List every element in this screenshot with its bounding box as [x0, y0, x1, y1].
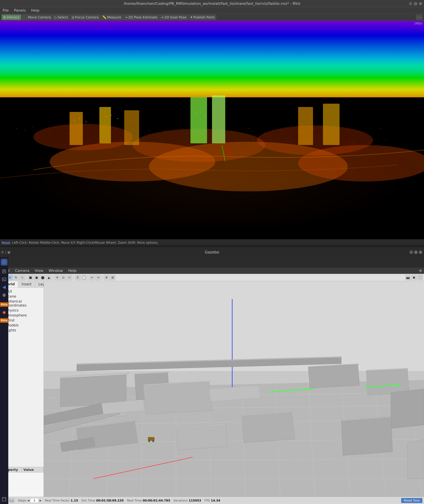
rviz-menu-panels[interactable]: Panels — [13, 8, 27, 13]
rviz-extra-btn[interactable]: ··· — [416, 15, 422, 20]
gazebo-close-btn[interactable]: × — [419, 250, 422, 254]
gz-toolbar-sep3 — [73, 275, 74, 280]
gz-menu-window[interactable]: Window — [48, 268, 64, 273]
svg-point-16 — [25, 130, 25, 130]
rviz-move-camera-btn[interactable]: 🎥 Move Camera — [22, 15, 52, 20]
sidebar-files-icon[interactable] — [1, 268, 8, 275]
gz-menu-help[interactable]: Help — [67, 268, 77, 273]
svg-marker-151 — [242, 412, 295, 443]
gz-box-shape[interactable]: ■ — [28, 275, 33, 280]
rviz-2d-pose-btn[interactable]: → 2D Pose Estimate — [123, 15, 159, 20]
svg-point-45 — [104, 143, 105, 144]
svg-point-62 — [386, 140, 386, 140]
rviz-menu-file[interactable]: File — [2, 8, 10, 13]
gz-toolbar-sep4 — [88, 275, 88, 280]
svg-point-24 — [149, 130, 150, 130]
gz-redo-btn[interactable]: ↪ — [95, 275, 101, 280]
publish-point-icon: ✦ — [190, 15, 193, 19]
gz-fps-value: 14.34 — [211, 499, 220, 502]
gz-menu-camera[interactable]: Camera — [14, 268, 30, 273]
sidebar-show-desktop-btn[interactable] — [1, 496, 8, 503]
gazebo-3d-viewport[interactable] — [44, 281, 424, 497]
rviz-minimize-btn[interactable]: – — [409, 2, 412, 6]
svg-point-146 — [311, 388, 312, 390]
gz-origin-btn[interactable]: ⊞ — [110, 275, 115, 280]
gz-point-light[interactable]: ☀ — [54, 275, 60, 280]
reset-time-button[interactable]: Reset Time — [401, 498, 422, 503]
steps-arrow-left[interactable]: ◀ — [27, 499, 29, 502]
svg-point-46 — [121, 140, 121, 140]
rviz-publish-point-btn[interactable]: ✦ Publish Point — [189, 15, 216, 20]
svg-point-42 — [53, 143, 53, 144]
svg-point-37 — [364, 131, 365, 132]
2d-goal-icon: ⇒ — [161, 15, 164, 19]
pc-svg — [0, 21, 424, 239]
select-icon: ▷ — [55, 15, 57, 19]
gz-tab-insert[interactable]: Insert — [18, 281, 35, 287]
rviz-select-btn[interactable]: ▷ Select — [53, 15, 69, 20]
gz-fullscreen-btn[interactable]: ⛶ — [417, 275, 423, 280]
rviz-close-btn[interactable]: × — [419, 2, 422, 6]
gz-sphere-shape[interactable]: ● — [34, 275, 39, 280]
svg-point-82 — [364, 55, 365, 56]
gz-paste-btn[interactable]: 📋 — [81, 275, 87, 280]
sidebar-rviz-icon1[interactable]: RViz — [1, 301, 8, 308]
gz-fps-item: FPS 14.34 — [205, 499, 220, 502]
gz-directional-light[interactable]: ☼ — [67, 275, 72, 280]
gazebo-menubar: Edit Camera View Window Help ⚙ — [0, 268, 424, 274]
gazebo-win-controls: – □ × — [409, 250, 422, 254]
steps-arrow-right[interactable]: ▶ — [40, 499, 42, 502]
sidebar-vscode-icon[interactable] — [1, 284, 8, 291]
gazebo-minimize-btn[interactable]: – — [409, 250, 413, 254]
gz-cone-shape[interactable]: ▲ — [46, 275, 52, 280]
gz-step-btn[interactable]: ▷| — [9, 498, 15, 503]
rviz-menu-help[interactable]: Help — [30, 8, 40, 13]
svg-marker-137 — [391, 389, 424, 428]
svg-marker-153 — [341, 418, 393, 455]
rviz-interact-btn[interactable]: ⊕ Interact — [2, 15, 21, 20]
svg-point-53 — [237, 143, 237, 144]
rviz-window: /home/lihanchen/Coding/PB_RMSimulation_w… — [0, 0, 424, 245]
svg-point-70 — [200, 111, 201, 112]
gazebo-window-title-bar: Gazebo – □ × ⚙ ⟨ ▣ — [0, 247, 424, 257]
svg-marker-157 — [176, 425, 227, 450]
gz-copy-btn[interactable]: ⎘ — [75, 275, 81, 280]
gz-toolbar-sep1 — [26, 275, 26, 280]
gazebo-maximize-btn[interactable]: □ — [414, 250, 418, 254]
svg-point-49 — [170, 143, 171, 144]
gz-screenshot-btn[interactable]: 📷 — [405, 275, 411, 280]
rviz-toolbar: ⊕ Interact 🎥 Move Camera ▷ Select ◎ Focu… — [0, 14, 424, 21]
svg-point-28 — [215, 130, 216, 130]
rviz-measure-btn[interactable]: 📏 Measure — [101, 15, 123, 20]
rviz-reset-label[interactable]: Reset — [2, 241, 10, 244]
rviz-maximize-btn[interactable]: □ — [414, 2, 417, 6]
sidebar-settings-icon[interactable] — [1, 292, 8, 299]
gz-toolbar-sep5 — [102, 275, 103, 280]
gz-undo-btn[interactable]: ↩ — [89, 275, 95, 280]
rviz-viewport[interactable]: 18fps — [0, 21, 424, 239]
sidebar-rviz-icon2[interactable]: RViz — [1, 317, 8, 324]
svg-point-94 — [3, 295, 5, 296]
svg-point-29 — [231, 131, 232, 132]
gz-spot-light[interactable]: ⊙ — [61, 275, 66, 280]
svg-marker-129 — [143, 382, 212, 414]
svg-point-44 — [87, 141, 88, 142]
svg-point-47 — [137, 145, 138, 145]
gz-scale-tool[interactable]: ⤡ — [19, 275, 25, 280]
sidebar-browser-icon[interactable] — [1, 259, 8, 266]
svg-point-64 — [79, 118, 80, 119]
gz-menu-view[interactable]: View — [34, 268, 44, 273]
rviz-2d-goal-btn[interactable]: ⇒ 2D Goal Pose — [160, 15, 188, 20]
sidebar-terminal-icon[interactable] — [1, 276, 8, 283]
steps-input[interactable] — [30, 498, 39, 503]
sidebar-gazebo-icon[interactable] — [1, 309, 8, 316]
gz-rotate-tool[interactable]: ↻ — [13, 275, 19, 280]
gz-grid-btn[interactable]: # — [104, 275, 109, 280]
gz-cylinder-shape[interactable]: ⬤ — [40, 275, 45, 280]
svg-rect-14 — [0, 120, 424, 236]
svg-point-59 — [336, 145, 337, 145]
svg-point-32 — [281, 130, 282, 130]
gz-record-btn[interactable]: ⏺ — [411, 275, 417, 280]
svg-point-35 — [331, 133, 332, 134]
rviz-focus-camera-btn[interactable]: ◎ Focus Camera — [70, 15, 100, 20]
